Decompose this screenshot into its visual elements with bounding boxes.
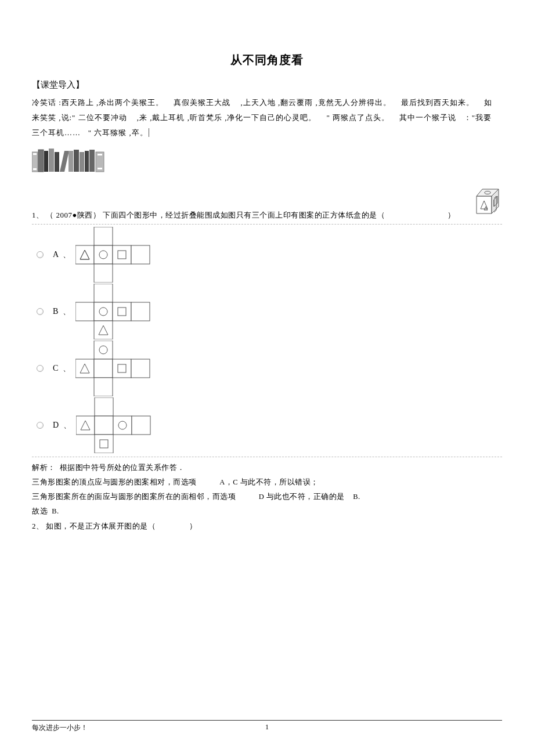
divider xyxy=(32,457,502,457)
text: ） xyxy=(448,211,456,219)
text: " 两猴点了点头。 xyxy=(326,113,389,122)
text: 如图，不是正方体展开图的是（ xyxy=(46,522,156,530)
text: 2、 xyxy=(32,522,44,530)
svg-rect-56 xyxy=(76,416,95,435)
joke-text: 冷笑话 :西天路上 ,杀出两个美猴王。 真假美猴王大战 ,上天入地 ,翻云覆雨 … xyxy=(32,95,502,140)
svg-rect-39 xyxy=(94,302,113,321)
text: （ 2007●陕西） xyxy=(46,211,100,219)
divider xyxy=(32,224,502,225)
option-a[interactable]: A 、 xyxy=(37,227,502,283)
svg-marker-16 xyxy=(477,196,492,214)
footer-motto: 每次进步一小步！ xyxy=(32,724,88,732)
text: 最后找到西天如来。 xyxy=(401,98,474,107)
svg-rect-50 xyxy=(131,359,150,378)
text: A，C xyxy=(219,478,238,486)
svg-rect-1 xyxy=(33,153,37,155)
question-1: 1、 （ 2007●陕西） 下面四个图形中，经过折叠能围成如图只有三个面上印有图… xyxy=(32,210,468,220)
svg-rect-51 xyxy=(94,378,113,396)
svg-rect-2 xyxy=(33,168,37,170)
cube-icon xyxy=(473,187,502,218)
text: 根据图中符号所处的位置关系作答． xyxy=(60,464,185,472)
text: " 六耳猕猴 ,卒。 xyxy=(88,128,149,137)
svg-rect-8 xyxy=(68,151,73,172)
svg-marker-7 xyxy=(60,151,69,172)
text: D xyxy=(259,493,265,501)
option-label: A 、 xyxy=(53,249,72,260)
text: ） xyxy=(189,522,197,530)
text: 与此也不符，正确的是 xyxy=(266,493,345,501)
text: 三角形图案的顶点应与圆形的图案相对，而选项 xyxy=(32,478,197,486)
svg-rect-28 xyxy=(75,245,94,264)
net-c-icon xyxy=(75,341,174,396)
option-label: B 、 xyxy=(53,306,72,317)
svg-rect-31 xyxy=(131,245,150,264)
text: 下面四个图形中，经过折叠能围成如图只有三个面上印有图案的正方体纸盒的是（ xyxy=(103,211,385,219)
text: 与此不符，所以错误； xyxy=(240,478,319,486)
net-d-icon xyxy=(76,397,175,453)
svg-rect-15 xyxy=(98,168,102,169)
svg-rect-6 xyxy=(55,152,59,172)
svg-rect-4 xyxy=(44,151,48,172)
text: ："我要 xyxy=(464,113,492,122)
svg-rect-37 xyxy=(94,284,113,302)
page-footer: 每次进步一小步！ 1 xyxy=(32,720,502,733)
page-title: 从不同角度看 xyxy=(32,52,502,68)
svg-rect-30 xyxy=(113,245,131,264)
text: 1、 xyxy=(32,211,44,219)
analysis-block: 解析： 根据图中符号所处的位置关系作答． 三角形图案的顶点应与圆形的图案相对，而… xyxy=(32,461,502,519)
svg-rect-60 xyxy=(95,435,113,453)
radio-icon xyxy=(37,308,44,315)
text: B. xyxy=(353,493,360,501)
svg-rect-46 xyxy=(94,341,113,359)
svg-rect-11 xyxy=(85,151,89,172)
text: 真假美猴王大战 xyxy=(174,98,230,107)
radio-icon xyxy=(37,251,44,258)
option-label: D 、 xyxy=(53,420,73,431)
text: B. xyxy=(52,507,59,515)
svg-rect-38 xyxy=(75,302,94,321)
text: 故选 xyxy=(32,507,48,515)
radio-icon xyxy=(37,422,44,429)
svg-rect-47 xyxy=(75,359,94,378)
svg-rect-57 xyxy=(95,416,113,435)
text: 冷笑话 :西天路上 ,杀出两个美猴王。 xyxy=(32,98,164,107)
text: 来笑笑 ,说:" 二位不要冲动 xyxy=(32,113,127,122)
text: ,上天入地 ,翻云覆雨 ,竟然无人分辨得出。 xyxy=(240,98,391,107)
text: 其中一个猴子说 xyxy=(399,113,456,122)
svg-rect-32 xyxy=(94,264,113,283)
svg-rect-14 xyxy=(98,154,102,155)
svg-rect-27 xyxy=(94,227,113,245)
text: 解析： xyxy=(32,464,56,472)
option-label: C 、 xyxy=(53,363,72,374)
text: 三个耳机…… xyxy=(32,128,81,137)
section-heading: 【课堂导入】 xyxy=(32,79,502,91)
svg-rect-9 xyxy=(74,150,79,172)
svg-rect-41 xyxy=(131,302,150,321)
svg-rect-49 xyxy=(113,359,131,378)
option-b[interactable]: B 、 xyxy=(37,284,502,339)
svg-rect-5 xyxy=(49,149,54,172)
books-image xyxy=(32,149,502,176)
svg-rect-55 xyxy=(95,397,113,416)
svg-rect-10 xyxy=(80,152,84,172)
svg-rect-29 xyxy=(94,245,113,264)
svg-rect-59 xyxy=(132,416,150,435)
text: 如 xyxy=(484,98,492,107)
svg-rect-58 xyxy=(113,416,132,435)
option-c[interactable]: C 、 xyxy=(37,341,502,396)
text: ,来 ,戴上耳机 ,听首梵乐 ,净化一下自己的心灵吧。 xyxy=(137,113,317,122)
radio-icon xyxy=(37,365,44,372)
net-a-icon xyxy=(75,227,174,283)
text: 三角形图案所在的面应与圆形的图案所在的面相邻，而选项 xyxy=(32,493,236,501)
svg-rect-42 xyxy=(94,321,113,339)
question-2: 2、 如图，不是正方体展开图的是（ ） xyxy=(32,521,502,531)
option-d[interactable]: D 、 xyxy=(37,397,502,453)
svg-rect-48 xyxy=(94,359,113,378)
net-b-icon xyxy=(75,284,174,339)
svg-rect-40 xyxy=(113,302,131,321)
page-number: 1 xyxy=(265,723,269,732)
svg-rect-12 xyxy=(89,150,95,172)
svg-rect-3 xyxy=(38,150,44,172)
